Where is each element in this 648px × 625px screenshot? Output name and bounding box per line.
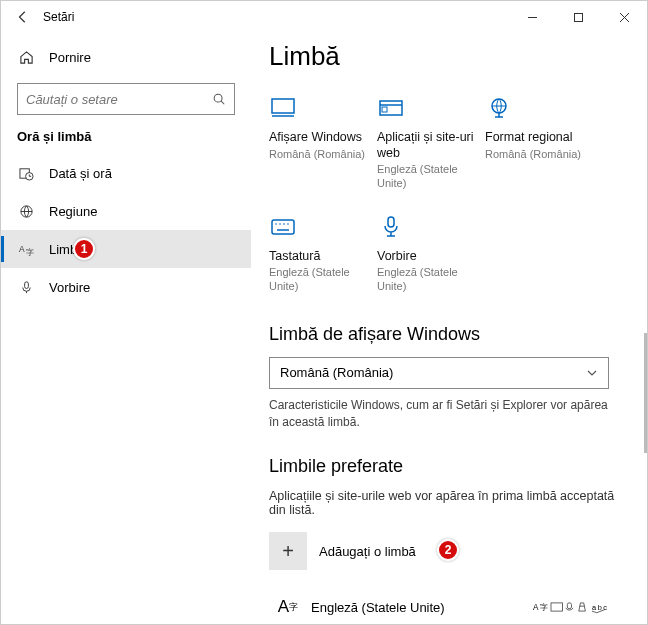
home-button[interactable]: Pornire [1,39,251,75]
tile-apps-websites[interactable]: Aplicații și site-uri web Engleză (State… [377,94,485,191]
language-name: Engleză (Statele Unite) [311,600,533,615]
sidebar: Pornire Oră și limbă Dată și oră Regiune… [1,33,251,624]
add-language-label: Adăugați o limbă [319,544,416,559]
svg-rect-24 [551,603,562,611]
svg-text:字: 字 [25,247,33,257]
tile-sub: Engleză (Statele Unite) [377,266,485,294]
nav-item-speech[interactable]: Vorbire [1,268,251,306]
overview-tiles: Afișare Windows Română (România) Aplicaț… [269,94,623,294]
display-language-heading: Limbă de afișare Windows [269,324,623,345]
globe-stand-icon [485,94,513,122]
add-language-button[interactable]: + Adăugați o limbă 2 [269,531,623,571]
svg-text:A: A [19,244,25,254]
language-glyph-icon: A字 [269,597,307,617]
content-pane[interactable]: Limbă Afișare Windows Română (România) A… [251,33,647,624]
tile-title: Format regional [485,130,593,146]
search-box[interactable] [17,83,235,115]
svg-rect-12 [380,101,402,115]
microphone-icon [17,280,35,295]
category-heading: Oră și limbă [1,129,251,154]
display-language-help: Caracteristicile Windows, cum ar fi Setă… [269,397,609,431]
svg-point-18 [279,223,281,225]
window-title: Setări [43,10,74,24]
microphone-icon [377,213,405,241]
svg-line-3 [221,101,224,104]
annotation-badge-1: 1 [73,238,95,260]
tile-regional-format[interactable]: Format regional Română (România) [485,94,593,191]
tile-windows-display[interactable]: Afișare Windows Română (România) [269,94,377,191]
tile-speech[interactable]: Vorbire Engleză (Statele Unite) [377,213,485,294]
tile-title: Afișare Windows [269,130,377,146]
preferred-languages-heading: Limbile preferate [269,456,623,477]
svg-rect-9 [24,281,28,288]
tile-title: Tastatură [269,249,377,265]
dropdown-value: Română (România) [280,365,393,380]
minimize-button[interactable] [509,1,555,33]
svg-rect-22 [388,217,394,227]
nav-item-region[interactable]: Regiune [1,192,251,230]
tile-title: Aplicații și site-uri web [377,130,485,161]
svg-rect-25 [567,603,571,609]
calendar-clock-icon [17,166,35,181]
language-icon: A字 [17,242,35,257]
language-item-english[interactable]: A字 Engleză (Statele Unite) A字 abc [269,585,623,624]
back-button[interactable] [9,3,37,31]
close-button[interactable] [601,1,647,33]
plus-icon: + [269,532,307,570]
display-language-dropdown[interactable]: Română (România) [269,357,609,389]
nav-item-date-time[interactable]: Dată și oră [1,154,251,192]
apps-icon [377,94,405,122]
svg-text:A字: A字 [533,604,550,613]
annotation-badge-2: 2 [437,539,459,561]
tile-sub: Română (România) [485,148,593,162]
tile-sub: Română (România) [269,148,377,162]
scrollbar[interactable] [644,333,647,453]
monitor-icon [269,94,297,122]
svg-point-20 [287,223,289,225]
maximize-button[interactable] [555,1,601,33]
tile-sub: Engleză (Statele Unite) [269,266,377,294]
tile-keyboard[interactable]: Tastatură Engleză (Statele Unite) [269,213,377,294]
nav-item-language[interactable]: A字 Limbă 1 [1,230,251,268]
search-icon [212,92,226,106]
search-input[interactable] [26,92,212,107]
nav-label: Vorbire [49,280,90,295]
svg-point-17 [275,223,277,225]
page-title: Limbă [269,41,623,72]
svg-rect-14 [382,107,387,112]
home-icon [17,50,35,65]
keyboard-icon [269,213,297,241]
svg-point-2 [214,94,222,102]
svg-rect-1 [574,13,582,21]
nav-label: Dată și oră [49,166,112,181]
svg-rect-10 [272,99,294,113]
home-label: Pornire [49,50,91,65]
nav-label: Regiune [49,204,97,219]
title-bar: Setări [1,1,647,33]
tile-title: Vorbire [377,249,485,265]
preferred-languages-desc: Aplicațiile și site-urile web vor apărea… [269,489,623,517]
svg-point-19 [283,223,285,225]
language-feature-icons: A字 abc [533,600,623,614]
svg-rect-16 [272,220,294,234]
tile-sub: Engleză (Statele Unite) [377,163,485,191]
window-controls [509,1,647,33]
chevron-down-icon [586,367,598,379]
globe-icon [17,204,35,219]
